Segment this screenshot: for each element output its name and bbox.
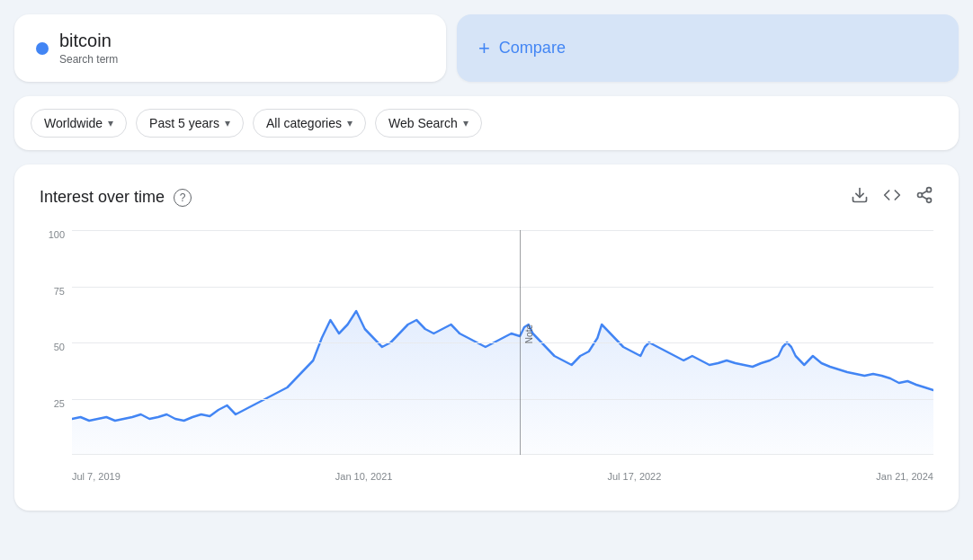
filter-time-label: Past 5 years xyxy=(149,116,219,130)
grid-line-75 xyxy=(72,287,933,288)
search-term-label: Search term xyxy=(59,53,118,66)
chart-title-row: Interest over time ? xyxy=(40,188,192,207)
download-icon[interactable] xyxy=(851,186,869,209)
y-label-50: 50 xyxy=(54,342,65,352)
tooltip-note: Note xyxy=(524,324,534,343)
x-label-4: Jan 21, 2024 xyxy=(876,471,933,482)
chevron-down-icon: ▾ xyxy=(463,117,469,129)
chart-area: 100 75 50 25 Note xyxy=(40,230,933,482)
grid-line-100 xyxy=(72,230,933,231)
chevron-down-icon: ▾ xyxy=(225,117,230,129)
search-term-text: bitcoin Search term xyxy=(59,31,118,66)
x-axis-labels: Jul 7, 2019 Jan 10, 2021 Jul 17, 2022 Ja… xyxy=(72,457,933,482)
compare-plus-icon: + xyxy=(478,37,490,60)
filter-region[interactable]: Worldwide ▾ xyxy=(31,109,127,138)
share-icon[interactable] xyxy=(915,186,933,209)
chart-grid xyxy=(72,230,933,455)
chevron-down-icon: ▾ xyxy=(108,117,113,129)
term-color-dot xyxy=(36,42,49,55)
chart-y-axis: 100 75 50 25 xyxy=(40,230,72,455)
grid-line-50 xyxy=(72,342,933,343)
x-label-3: Jul 17, 2022 xyxy=(607,471,661,482)
search-term-card: bitcoin Search term xyxy=(14,14,446,82)
help-icon[interactable]: ? xyxy=(174,189,192,207)
y-label-75: 75 xyxy=(54,287,65,297)
filter-search-type-label: Web Search xyxy=(388,116,458,130)
chart-plot: Note xyxy=(72,230,933,455)
compare-label: Compare xyxy=(499,39,566,58)
chart-title: Interest over time xyxy=(40,188,165,207)
grid-line-0 xyxy=(72,454,933,455)
chart-actions xyxy=(851,186,933,209)
y-label-25: 25 xyxy=(54,399,65,409)
chart-header: Interest over time ? xyxy=(40,186,933,209)
x-label-1: Jul 7, 2019 xyxy=(72,471,121,482)
x-label-2: Jan 10, 2021 xyxy=(335,471,393,482)
filters-row: Worldwide ▾ Past 5 years ▾ All categorie… xyxy=(14,96,959,150)
grid-line-25 xyxy=(72,399,933,400)
y-label-100: 100 xyxy=(49,230,65,240)
filter-search-type[interactable]: Web Search ▾ xyxy=(375,109,482,138)
vertical-reference-line xyxy=(520,230,521,455)
search-term-name: bitcoin xyxy=(59,31,118,51)
embed-icon[interactable] xyxy=(883,186,901,209)
compare-card[interactable]: + Compare xyxy=(457,14,959,82)
chart-card: Interest over time ? 100 75 50 25 xyxy=(14,164,959,511)
filter-category[interactable]: All categories ▾ xyxy=(253,109,366,138)
svg-line-4 xyxy=(922,196,927,199)
filter-time[interactable]: Past 5 years ▾ xyxy=(136,109,244,138)
filter-category-label: All categories xyxy=(266,116,342,130)
filter-region-label: Worldwide xyxy=(44,116,103,130)
svg-line-5 xyxy=(922,191,927,193)
chevron-down-icon: ▾ xyxy=(347,117,353,129)
